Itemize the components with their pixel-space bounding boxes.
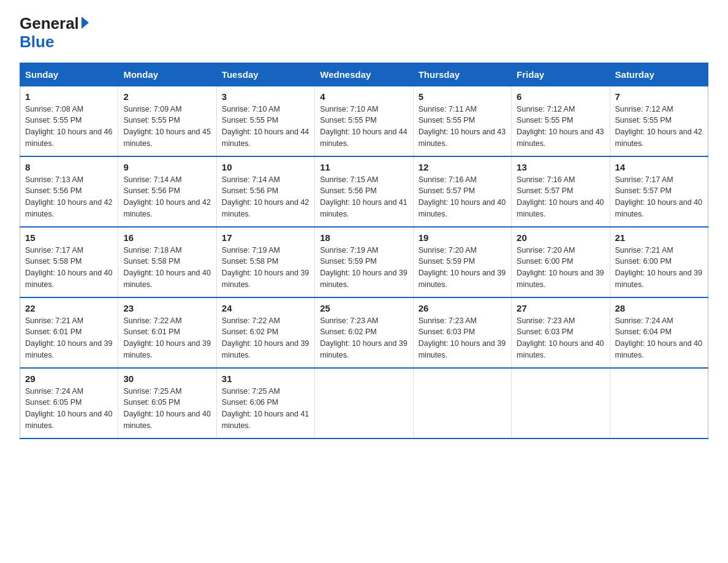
- day-cell: 2 Sunrise: 7:09 AMSunset: 5:55 PMDayligh…: [118, 86, 216, 156]
- day-info: Sunrise: 7:16 AMSunset: 5:57 PMDaylight:…: [419, 174, 506, 220]
- day-cell: [413, 368, 511, 439]
- day-info: Sunrise: 7:21 AMSunset: 6:00 PMDaylight:…: [615, 245, 703, 291]
- day-cell: 3 Sunrise: 7:10 AMSunset: 5:55 PMDayligh…: [216, 86, 314, 156]
- day-number: 1: [25, 91, 113, 102]
- day-cell: 27 Sunrise: 7:23 AMSunset: 6:03 PMDaylig…: [512, 297, 610, 368]
- day-cell: 28 Sunrise: 7:24 AMSunset: 6:04 PMDaylig…: [610, 297, 708, 368]
- day-cell: [315, 368, 413, 439]
- week-row-4: 22 Sunrise: 7:21 AMSunset: 6:01 PMDaylig…: [20, 297, 708, 368]
- day-cell: 8 Sunrise: 7:13 AMSunset: 5:56 PMDayligh…: [20, 156, 118, 227]
- column-header-tuesday: Tuesday: [216, 63, 314, 86]
- day-info: Sunrise: 7:23 AMSunset: 6:03 PMDaylight:…: [419, 315, 506, 361]
- day-number: 10: [222, 162, 309, 172]
- column-header-monday: Monday: [118, 63, 216, 86]
- day-cell: [610, 368, 708, 439]
- day-info: Sunrise: 7:15 AMSunset: 5:56 PMDaylight:…: [320, 174, 408, 220]
- header-row: SundayMondayTuesdayWednesdayThursdayFrid…: [20, 63, 708, 86]
- day-number: 22: [25, 303, 113, 313]
- day-cell: 23 Sunrise: 7:22 AMSunset: 6:01 PMDaylig…: [118, 297, 216, 368]
- day-info: Sunrise: 7:23 AMSunset: 6:02 PMDaylight:…: [320, 315, 408, 361]
- day-cell: 14 Sunrise: 7:17 AMSunset: 5:57 PMDaylig…: [610, 156, 708, 227]
- day-number: 12: [419, 162, 506, 172]
- calendar-table: SundayMondayTuesdayWednesdayThursdayFrid…: [20, 63, 708, 439]
- week-row-2: 8 Sunrise: 7:13 AMSunset: 5:56 PMDayligh…: [20, 156, 708, 227]
- day-info: Sunrise: 7:14 AMSunset: 5:56 PMDaylight:…: [222, 174, 309, 220]
- column-header-friday: Friday: [512, 63, 610, 86]
- day-info: Sunrise: 7:24 AMSunset: 6:04 PMDaylight:…: [615, 315, 703, 361]
- day-cell: 16 Sunrise: 7:18 AMSunset: 5:58 PMDaylig…: [118, 227, 216, 297]
- day-number: 25: [320, 303, 408, 313]
- day-number: 24: [222, 303, 309, 313]
- week-row-1: 1 Sunrise: 7:08 AMSunset: 5:55 PMDayligh…: [20, 86, 708, 156]
- day-cell: 4 Sunrise: 7:10 AMSunset: 5:55 PMDayligh…: [315, 86, 413, 156]
- day-info: Sunrise: 7:13 AMSunset: 5:56 PMDaylight:…: [25, 174, 113, 220]
- day-cell: 26 Sunrise: 7:23 AMSunset: 6:03 PMDaylig…: [413, 297, 511, 368]
- logo-blue-text: Blue: [20, 33, 54, 52]
- day-info: Sunrise: 7:10 AMSunset: 5:55 PMDaylight:…: [320, 104, 408, 150]
- day-number: 11: [320, 162, 408, 172]
- day-info: Sunrise: 7:23 AMSunset: 6:03 PMDaylight:…: [517, 315, 604, 361]
- day-number: 30: [123, 373, 211, 384]
- day-info: Sunrise: 7:25 AMSunset: 6:06 PMDaylight:…: [222, 386, 309, 432]
- day-info: Sunrise: 7:20 AMSunset: 6:00 PMDaylight:…: [517, 245, 604, 291]
- day-cell: 11 Sunrise: 7:15 AMSunset: 5:56 PMDaylig…: [315, 156, 413, 227]
- column-header-sunday: Sunday: [20, 63, 118, 86]
- day-cell: 29 Sunrise: 7:24 AMSunset: 6:05 PMDaylig…: [20, 368, 118, 439]
- day-info: Sunrise: 7:20 AMSunset: 5:59 PMDaylight:…: [419, 245, 506, 291]
- day-number: 9: [123, 162, 211, 172]
- logo-general-text: General: [20, 15, 79, 33]
- day-number: 29: [25, 373, 113, 384]
- day-info: Sunrise: 7:25 AMSunset: 6:05 PMDaylight:…: [123, 386, 211, 432]
- logo-triangle-icon: [82, 17, 89, 29]
- day-cell: 24 Sunrise: 7:22 AMSunset: 6:02 PMDaylig…: [216, 297, 314, 368]
- column-header-saturday: Saturday: [610, 63, 708, 86]
- day-info: Sunrise: 7:22 AMSunset: 6:01 PMDaylight:…: [123, 315, 211, 361]
- day-cell: 20 Sunrise: 7:20 AMSunset: 6:00 PMDaylig…: [512, 227, 610, 297]
- day-info: Sunrise: 7:08 AMSunset: 5:55 PMDaylight:…: [25, 104, 113, 150]
- day-number: 6: [517, 91, 604, 102]
- day-number: 4: [320, 91, 408, 102]
- day-cell: 1 Sunrise: 7:08 AMSunset: 5:55 PMDayligh…: [20, 86, 118, 156]
- day-number: 13: [517, 162, 604, 172]
- day-cell: 12 Sunrise: 7:16 AMSunset: 5:57 PMDaylig…: [413, 156, 511, 227]
- day-cell: 13 Sunrise: 7:16 AMSunset: 5:57 PMDaylig…: [512, 156, 610, 227]
- logo: General Blue: [20, 15, 89, 52]
- day-number: 20: [517, 232, 604, 243]
- day-cell: 22 Sunrise: 7:21 AMSunset: 6:01 PMDaylig…: [20, 297, 118, 368]
- day-number: 28: [615, 303, 703, 313]
- day-number: 3: [222, 91, 309, 102]
- day-info: Sunrise: 7:17 AMSunset: 5:58 PMDaylight:…: [25, 245, 113, 291]
- day-info: Sunrise: 7:17 AMSunset: 5:57 PMDaylight:…: [615, 174, 703, 220]
- day-info: Sunrise: 7:11 AMSunset: 5:55 PMDaylight:…: [419, 104, 506, 150]
- day-cell: 21 Sunrise: 7:21 AMSunset: 6:00 PMDaylig…: [610, 227, 708, 297]
- day-number: 2: [123, 91, 211, 102]
- day-cell: 6 Sunrise: 7:12 AMSunset: 5:55 PMDayligh…: [512, 86, 610, 156]
- day-number: 18: [320, 232, 408, 243]
- day-cell: 15 Sunrise: 7:17 AMSunset: 5:58 PMDaylig…: [20, 227, 118, 297]
- day-cell: 7 Sunrise: 7:12 AMSunset: 5:55 PMDayligh…: [610, 86, 708, 156]
- day-cell: 30 Sunrise: 7:25 AMSunset: 6:05 PMDaylig…: [118, 368, 216, 439]
- day-number: 21: [615, 232, 703, 243]
- day-number: 5: [419, 91, 506, 102]
- day-info: Sunrise: 7:12 AMSunset: 5:55 PMDaylight:…: [517, 104, 604, 150]
- day-info: Sunrise: 7:21 AMSunset: 6:01 PMDaylight:…: [25, 315, 113, 361]
- day-info: Sunrise: 7:22 AMSunset: 6:02 PMDaylight:…: [222, 315, 309, 361]
- day-cell: 5 Sunrise: 7:11 AMSunset: 5:55 PMDayligh…: [413, 86, 511, 156]
- day-cell: 17 Sunrise: 7:19 AMSunset: 5:58 PMDaylig…: [216, 227, 314, 297]
- day-number: 8: [25, 162, 113, 172]
- day-info: Sunrise: 7:10 AMSunset: 5:55 PMDaylight:…: [222, 104, 309, 150]
- day-number: 16: [123, 232, 211, 243]
- day-number: 7: [615, 91, 703, 102]
- day-info: Sunrise: 7:19 AMSunset: 5:59 PMDaylight:…: [320, 245, 408, 291]
- column-header-wednesday: Wednesday: [315, 63, 413, 86]
- page-header: General Blue: [20, 15, 708, 52]
- day-info: Sunrise: 7:14 AMSunset: 5:56 PMDaylight:…: [123, 174, 211, 220]
- day-number: 19: [419, 232, 506, 243]
- day-number: 31: [222, 373, 309, 384]
- week-row-5: 29 Sunrise: 7:24 AMSunset: 6:05 PMDaylig…: [20, 368, 708, 439]
- day-info: Sunrise: 7:24 AMSunset: 6:05 PMDaylight:…: [25, 386, 113, 432]
- day-info: Sunrise: 7:12 AMSunset: 5:55 PMDaylight:…: [615, 104, 703, 150]
- day-number: 15: [25, 232, 113, 243]
- week-row-3: 15 Sunrise: 7:17 AMSunset: 5:58 PMDaylig…: [20, 227, 708, 297]
- day-info: Sunrise: 7:19 AMSunset: 5:58 PMDaylight:…: [222, 245, 309, 291]
